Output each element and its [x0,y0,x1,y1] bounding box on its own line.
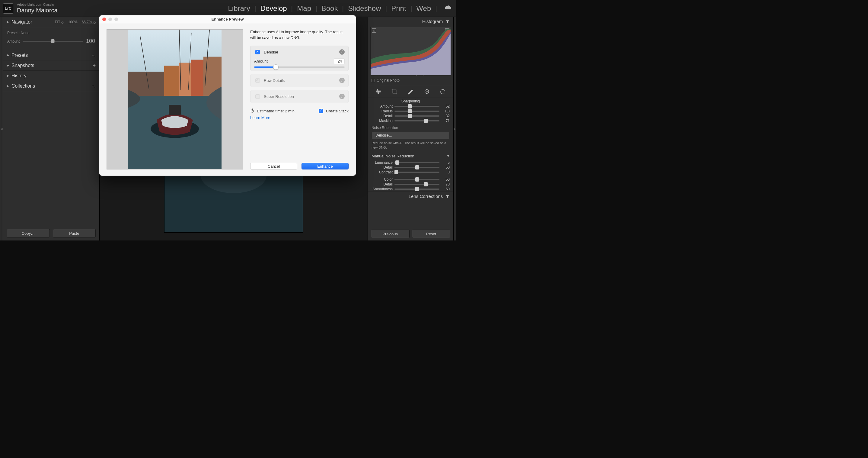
denoise-checkbox[interactable] [255,50,260,54]
info-icon[interactable]: i [339,78,345,83]
minimize-window-icon [108,18,112,21]
stopwatch-icon [250,109,254,114]
denoise-amount-control: Amount 24 [254,58,345,68]
learn-more-link[interactable]: Learn More [250,115,349,120]
denoise-label: Denoise [264,50,278,54]
dialog-buttons: Cancel Enhance [250,159,349,170]
super-resolution-checkbox [255,94,260,99]
raw-details-option-box: Raw Details i [250,74,349,87]
cancel-button[interactable]: Cancel [250,163,297,170]
dialog-overlay: Enhance Preview [0,0,456,240]
dialog-controls: Enhance uses AI to improve image quality… [250,29,349,170]
dialog-titlebar: Enhance Preview [99,16,356,23]
dialog-body: Enhance uses AI to improve image quality… [99,23,356,175]
create-stack-label: Create Stack [326,109,349,113]
window-controls [102,18,118,21]
super-resolution-label: Super Resolution [264,94,294,99]
denoise-option-box: Denoise i Amount 24 [250,46,349,71]
raw-details-checkbox [255,78,260,83]
denoise-amount-label: Amount [254,59,268,63]
enhance-button[interactable]: Enhance [302,163,349,170]
info-icon[interactable]: i [339,49,345,55]
svg-rect-21 [169,105,181,115]
close-window-icon[interactable] [102,18,106,21]
estimate-row: Estimated time: 2 min. Create Stack [250,108,349,114]
dialog-title: Enhance Preview [212,17,244,22]
super-resolution-option-box: Super Resolution i [250,90,349,103]
raw-details-label: Raw Details [264,78,285,83]
denoise-amount-value[interactable]: 24 [334,58,345,64]
denoise-amount-slider[interactable] [254,66,345,68]
estimated-time: Estimated time: 2 min. [257,109,296,113]
dialog-description: Enhance uses AI to improve image quality… [250,29,349,41]
zoom-window-icon [114,18,118,21]
enhance-preview-image[interactable] [106,29,243,170]
enhance-preview-dialog: Enhance Preview [99,15,356,176]
create-stack-checkbox[interactable] [319,109,323,113]
svg-point-22 [251,109,253,112]
info-icon[interactable]: i [339,94,345,99]
